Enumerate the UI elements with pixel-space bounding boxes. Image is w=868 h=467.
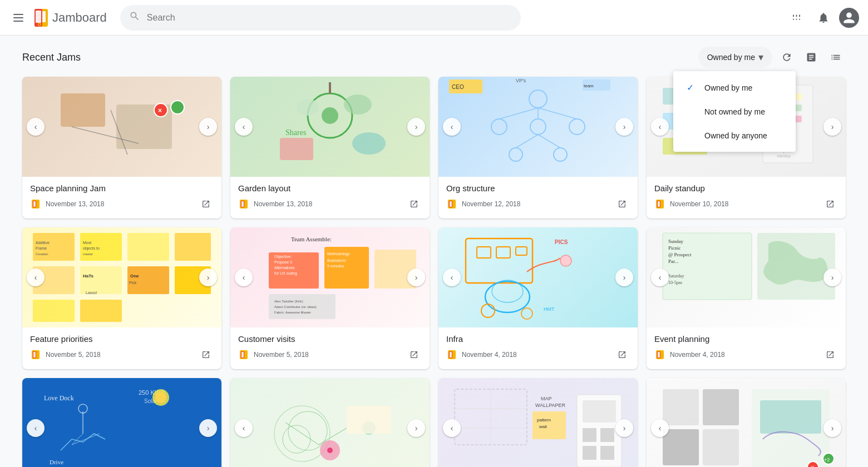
svg-point-31: [530, 119, 546, 135]
svg-rect-103: [516, 247, 527, 255]
svg-rect-64: [80, 266, 122, 294]
jam-title-1: Space planning Jam: [30, 183, 214, 193]
svg-rect-99: [241, 352, 244, 357]
filter-dropdown: ✓ Owned by me ✓ Not owned by me ✓ Owned …: [673, 71, 796, 152]
view-toggle-button[interactable]: [826, 47, 846, 67]
svg-text:Objective:: Objective:: [274, 255, 292, 259]
prev-btn-7[interactable]: ‹: [443, 269, 461, 286]
next-btn-7[interactable]: ›: [615, 269, 633, 286]
svg-text:Creation: Creation: [36, 252, 48, 256]
filter-button[interactable]: Owned by me ▾: [698, 47, 772, 68]
prev-btn-2[interactable]: ‹: [235, 118, 253, 136]
svg-text:+2: +2: [824, 457, 830, 463]
jam-meta-6: November 5, 2018: [238, 347, 422, 362]
prev-btn-10[interactable]: ‹: [235, 419, 253, 437]
open-btn-7[interactable]: [614, 347, 630, 362]
next-btn-5[interactable]: ›: [199, 269, 217, 286]
jam-card-7[interactable]: ‹ PICS HMT › Infra: [438, 227, 638, 369]
jam-date-row-4: November 10, 2018: [654, 198, 728, 210]
section-title: Recent Jams: [22, 52, 81, 63]
svg-text:×: ×: [811, 464, 814, 467]
jam-title-6: Customer visits: [238, 334, 422, 344]
svg-line-35: [499, 108, 538, 119]
jam-info-7: Infra November 4, 2018: [438, 327, 638, 369]
open-btn-5[interactable]: [198, 347, 214, 362]
svg-rect-158: [583, 400, 616, 423]
jam-date-row-2: November 13, 2018: [238, 198, 312, 210]
jam-card-5[interactable]: ‹ Additive Frame Creation Most: [22, 227, 221, 369]
next-btn-1[interactable]: ›: [199, 118, 217, 136]
svg-rect-45: [450, 201, 452, 207]
next-btn-12[interactable]: ›: [823, 419, 841, 437]
notifications-button[interactable]: [812, 7, 835, 29]
svg-text:for UX outing: for UX outing: [274, 271, 297, 276]
next-btn-6[interactable]: ›: [407, 269, 425, 286]
next-btn-3[interactable]: ›: [615, 118, 633, 136]
prev-btn-1[interactable]: ‹: [27, 118, 45, 136]
open-btn-8[interactable]: [822, 347, 838, 362]
refresh-button[interactable]: [777, 47, 797, 67]
prev-btn-6[interactable]: ‹: [235, 269, 253, 286]
svg-point-144: [327, 448, 333, 453]
thumb-svg-8: Sunday Picnic @ Prospect Par... Saturday…: [647, 227, 846, 327]
jam-info-4: Daily standup November 10, 2018: [647, 177, 846, 218]
filter-owned-by-anyone[interactable]: ✓ Owned by anyone: [673, 123, 796, 147]
search-icon: [129, 11, 140, 24]
open-btn-6[interactable]: [406, 347, 422, 362]
prev-btn-8[interactable]: ‹: [651, 269, 669, 286]
next-btn-8[interactable]: ›: [823, 269, 841, 286]
jam-date-row-3: November 12, 2018: [446, 198, 520, 210]
next-btn-11[interactable]: ›: [615, 419, 633, 437]
prev-btn-4[interactable]: ‹: [651, 118, 669, 136]
svg-point-140: [283, 425, 310, 453]
next-btn-4[interactable]: ›: [823, 118, 841, 136]
prev-btn-3[interactable]: ‹: [443, 118, 461, 136]
svg-text:HaTs: HaTs: [83, 274, 94, 279]
filter-owned-by-me[interactable]: ✓ Owned by me: [673, 76, 796, 100]
filter-not-owned-by-me[interactable]: ✓ Not owned by me: [673, 100, 796, 123]
svg-text:Saturday: Saturday: [668, 274, 684, 279]
svg-line-37: [538, 108, 577, 119]
svg-point-109: [521, 308, 532, 319]
jam-card-12[interactable]: ‹ × +2 › Jam 12: [647, 378, 846, 467]
jam-card-8[interactable]: ‹ Sunday Picnic @ Prospect Par... Saturd…: [647, 227, 846, 369]
user-avatar[interactable]: [839, 8, 859, 28]
sort-button[interactable]: [801, 47, 821, 67]
jam-card-6[interactable]: ‹ Team Assemble: Objective: Propose 3 Al…: [230, 227, 430, 369]
open-btn-4[interactable]: [822, 196, 838, 212]
search-input[interactable]: [147, 13, 512, 23]
jam-card-9[interactable]: ‹ Love Dock 250 KW/h Solar Drive ›: [22, 378, 221, 467]
svg-line-132: [72, 434, 100, 445]
menu-icon[interactable]: [9, 9, 28, 26]
jam-card-10[interactable]: ‹ › Jam 10: [230, 378, 430, 467]
logo-area[interactable]: Jamboard: [30, 7, 107, 29]
svg-rect-143: [347, 406, 391, 434]
jam-card-3[interactable]: ‹ CEO team VP's: [438, 77, 638, 218]
svg-point-19: [344, 95, 372, 115]
prev-btn-12[interactable]: ‹: [651, 419, 669, 437]
jam-info-6: Customer visits November 5, 2018: [230, 327, 430, 369]
jam-card-2[interactable]: ‹ Shares › Garden layout: [230, 77, 430, 218]
jam-thumbnail-7: ‹ PICS HMT ›: [438, 227, 638, 327]
svg-text:Picnic: Picnic: [668, 245, 681, 251]
open-btn-3[interactable]: [614, 196, 630, 212]
jam-date-row-6: November 5, 2018: [238, 349, 309, 360]
prev-btn-9[interactable]: ‹: [27, 419, 45, 437]
open-btn-2[interactable]: [406, 196, 422, 212]
next-btn-9[interactable]: ›: [199, 419, 217, 437]
apps-grid-button[interactable]: [786, 7, 808, 29]
svg-text:Frame: Frame: [36, 246, 47, 250]
prev-btn-5[interactable]: ‹: [27, 269, 45, 286]
next-btn-2[interactable]: ›: [407, 118, 425, 136]
jam-card-11[interactable]: ‹ MAP WALLPAPER pattern wall: [438, 378, 638, 467]
jam-card-1[interactable]: ‹ × › Space planning Jam: [22, 77, 221, 218]
svg-point-12: [171, 101, 184, 114]
svg-text:Alex Twickler (Kirk):: Alex Twickler (Kirk):: [274, 300, 304, 303]
thumb-svg-6: Team Assemble: Objective: Propose 3 Alte…: [230, 227, 430, 327]
svg-point-33: [509, 148, 522, 161]
open-btn-1[interactable]: [198, 196, 214, 212]
prev-btn-11[interactable]: ‹: [443, 419, 461, 437]
next-btn-10[interactable]: ›: [407, 419, 425, 437]
jam-logo-5: [30, 349, 41, 360]
svg-rect-159: [583, 428, 596, 442]
